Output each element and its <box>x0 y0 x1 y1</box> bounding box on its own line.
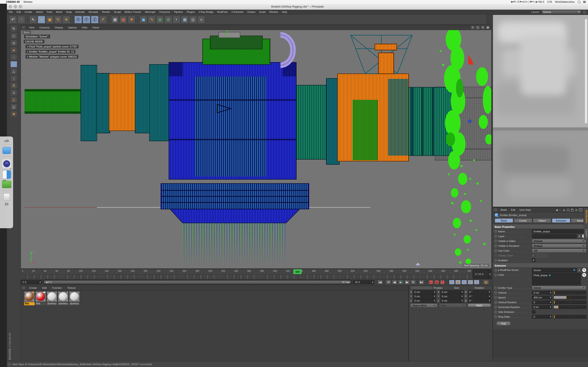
app-menu-item[interactable]: Snap <box>64 10 74 13</box>
spotlight-search-icon[interactable] <box>578 1 580 3</box>
dock-finder-icon[interactable] <box>2 170 11 179</box>
light-button[interactable]: ☼ <box>198 16 205 23</box>
attribute-tab[interactable]: Basic <box>495 218 513 223</box>
viewport-menu-item[interactable]: Cameras <box>37 26 52 29</box>
horizontal-random-slider[interactable] <box>553 305 586 309</box>
goto-start-button[interactable]: |◀ <box>377 280 383 284</box>
key-rotation-toggle[interactable]: ↻ <box>461 280 467 284</box>
anim-dot-icon[interactable] <box>494 230 497 233</box>
vertical-random-input[interactable]: 0 <box>532 300 552 304</box>
app-menu-item[interactable]: Plugins <box>185 10 197 13</box>
dock-app-icon[interactable] <box>2 147 11 154</box>
app-menu-item[interactable]: Render <box>100 10 112 13</box>
viewport-rotate-icon[interactable]: ↻ <box>481 25 485 29</box>
keyframe-selection-button[interactable]: ? <box>440 280 445 284</box>
dock-folder-icon[interactable] <box>2 181 11 188</box>
eject-icon[interactable]: ⏏ <box>536 0 537 3</box>
app-menu-item[interactable]: Create <box>23 10 34 13</box>
viewport-menu-item[interactable]: View <box>26 26 37 29</box>
rotate-tool-button[interactable]: ↻ <box>54 16 62 23</box>
history-back-icon[interactable]: ◀ <box>556 209 558 211</box>
anim-dot-icon[interactable] <box>494 296 497 299</box>
texture-mode-button[interactable]: ▦ <box>10 40 17 46</box>
live-selection-button[interactable]: ↖ <box>29 16 37 23</box>
anim-dot-icon[interactable] <box>494 240 497 242</box>
swirl-icon[interactable]: ◎ <box>523 0 525 3</box>
notification-center-icon[interactable] <box>583 1 586 3</box>
layer-menu-button[interactable]: ▸ <box>578 234 581 238</box>
model-mode-button[interactable]: ◻ <box>10 33 17 39</box>
use-color-select[interactable]: Off <box>532 249 586 253</box>
anim-dot-icon[interactable] <box>494 315 497 318</box>
size-field[interactable]: 0 cm <box>440 299 464 303</box>
layer-input[interactable] <box>532 234 577 238</box>
app-menu-item[interactable]: V-Ray Bridge <box>197 10 216 13</box>
code-icon[interactable]: ‹› <box>534 0 536 3</box>
app-menu-item[interactable]: Select <box>34 10 45 13</box>
side-emission-checkbox[interactable] <box>532 310 536 314</box>
current-time-field[interactable]: 17.16 S <box>473 269 492 279</box>
enabled-checkbox[interactable]: ✔ <box>532 259 536 262</box>
position-field[interactable]: 0 cm <box>413 294 436 298</box>
camera-view-label[interactable]: Back <box>22 31 31 34</box>
volume-icon[interactable]: ◁) <box>542 0 544 3</box>
app-menu-item[interactable]: Octane <box>245 10 257 13</box>
ruler-tick-strip[interactable] <box>21 275 472 279</box>
material-item[interactable]: aluminiu <box>69 291 80 305</box>
autokey-button[interactable]: ◎ <box>434 280 439 284</box>
move-tool-button[interactable]: ✛ <box>38 16 45 23</box>
time-spinner[interactable] <box>488 269 491 279</box>
command-search-icon[interactable] <box>583 11 586 13</box>
material-menu-item[interactable]: Edit <box>40 286 49 289</box>
anim-dot-icon[interactable] <box>494 249 497 252</box>
viewport-menu-item[interactable]: Display <box>52 26 65 29</box>
xtrafinder-icon[interactable]: ✕ <box>532 0 534 3</box>
links-picker-button[interactable]: ↖ <box>582 273 586 277</box>
rotation-field[interactable]: 0 ° <box>468 299 491 303</box>
lock-x-axis-button[interactable]: Ⓧ <box>74 16 82 23</box>
history-forward-icon[interactable]: ▷ <box>559 209 561 211</box>
attribute-menu-item[interactable]: Mode <box>498 209 509 211</box>
panel-grip[interactable] <box>494 209 497 211</box>
key-scale-toggle[interactable]: ▣ <box>455 280 461 284</box>
deformer-button[interactable]: ◗ <box>173 16 180 23</box>
viewport-pan-icon[interactable]: ✛ <box>471 25 475 29</box>
visible-renderer-select[interactable]: Default <box>532 244 586 248</box>
scrollbar[interactable] <box>585 19 587 123</box>
menubar-clock[interactable]: 2:25 <box>547 0 552 3</box>
app-menu-item[interactable]: Motion Tracker <box>123 10 143 13</box>
display-icon[interactable]: ▢ <box>528 0 530 3</box>
dock-item-ub[interactable]: uB <box>4 139 9 143</box>
enable-axis-button[interactable]: ↕ <box>10 75 17 82</box>
timeline-playhead[interactable]: 429 <box>293 269 302 274</box>
last-tool-button[interactable]: ✛ <box>62 16 70 23</box>
coordinate-system-button[interactable]: ↱ <box>99 16 107 23</box>
time-machine-icon[interactable]: ↺ <box>537 0 539 3</box>
viewport-maximize-icon[interactable]: ▣ <box>486 25 490 29</box>
floor-button[interactable]: ▦ <box>181 16 189 23</box>
goto-end-button[interactable]: ▶| <box>419 280 424 284</box>
anim-dot-icon[interactable] <box>494 301 497 304</box>
size-field[interactable]: 0 cm <box>440 294 464 298</box>
panel-grip[interactable] <box>22 26 25 29</box>
frame-forward-button[interactable]: |▶ <box>404 280 410 284</box>
speed-input[interactable]: 400 cm <box>532 296 552 299</box>
key-position-toggle[interactable]: ✛ <box>449 280 455 284</box>
app-menu-item[interactable]: Mesh <box>54 10 64 13</box>
lock-y-axis-button[interactable]: Ⓨ <box>83 16 90 23</box>
material-menu-item[interactable]: Create <box>26 286 40 289</box>
frame-ruler[interactable]: 0204060801001201401601802002202402602803… <box>21 269 472 279</box>
creative-cloud-icon[interactable]: ◉ <box>511 0 513 3</box>
viewport-canvas[interactable]: Y Back Simulation "Scene":CACHE MODE> Fl… <box>21 30 491 268</box>
ring-ratio-slider[interactable] <box>553 315 586 319</box>
polygons-mode-button[interactable]: △ <box>10 68 17 75</box>
attribute-menu-item[interactable]: Edit <box>509 209 518 211</box>
attribute-tab[interactable]: Object <box>533 218 551 223</box>
app-menu-item[interactable]: Simulate <box>86 10 100 13</box>
material-item[interactable]: Mat <box>35 291 46 305</box>
dock-cinema4d-icon[interactable] <box>2 159 11 168</box>
language-input-icon[interactable]: Ⓐ <box>517 0 519 3</box>
volume-slider[interactable] <box>553 291 586 294</box>
app-menu-item[interactable]: File <box>7 10 15 13</box>
timeline-window-button[interactable]: ▤ <box>483 280 489 284</box>
